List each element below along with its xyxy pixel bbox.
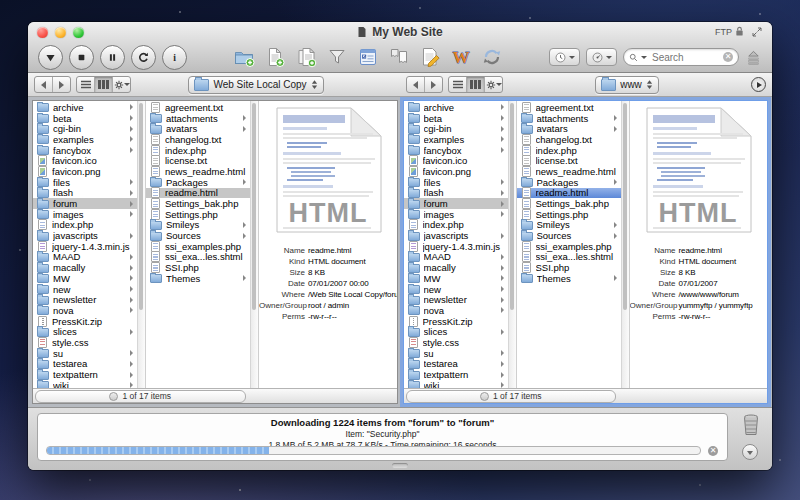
file-row[interactable]: news_readme.html: [517, 166, 621, 177]
file-row[interactable]: ssi_exa...les.shtml: [146, 252, 250, 263]
file-row[interactable]: newsletter: [404, 294, 508, 305]
drawer-resize-handle[interactable]: [392, 463, 408, 468]
file-row[interactable]: Packages: [146, 177, 250, 188]
file-row[interactable]: macally: [33, 262, 137, 273]
scrollbar-thumb[interactable]: [252, 103, 256, 310]
file-row[interactable]: flash: [404, 188, 508, 199]
new-folder-button[interactable]: [233, 46, 255, 68]
file-row[interactable]: javascripts: [404, 230, 508, 241]
column-view-button[interactable]: [467, 77, 485, 92]
file-row[interactable]: beta: [33, 113, 137, 124]
presets-gauge-button[interactable]: [586, 48, 617, 66]
zoom-button[interactable]: [73, 27, 84, 38]
search-input[interactable]: [650, 51, 720, 64]
file-row[interactable]: su: [33, 348, 137, 359]
file-row[interactable]: fancybox: [33, 145, 137, 156]
file-row[interactable]: Settings_bak.php: [146, 198, 250, 209]
file-row[interactable]: nova: [33, 305, 137, 316]
pause-button[interactable]: [100, 45, 125, 70]
connect-play-button[interactable]: [751, 77, 766, 92]
file-row[interactable]: su: [404, 348, 508, 359]
file-row[interactable]: avatars: [146, 123, 250, 134]
stop-button[interactable]: [69, 45, 94, 70]
file-row[interactable]: beta: [404, 113, 508, 124]
file-row[interactable]: MW: [404, 273, 508, 284]
file-row[interactable]: news_readme.html: [146, 166, 250, 177]
file-row[interactable]: textpattern: [33, 369, 137, 380]
file-row[interactable]: slices: [404, 326, 508, 337]
file-row[interactable]: javascripts: [33, 230, 137, 241]
file-row[interactable]: license.txt: [146, 155, 250, 166]
file-row[interactable]: examples: [33, 134, 137, 145]
close-button[interactable]: [37, 27, 48, 38]
web-preview-button[interactable]: W: [450, 46, 472, 68]
trash-icon[interactable]: [742, 413, 760, 437]
drawer-collapse-button[interactable]: [742, 444, 758, 460]
file-row[interactable]: Smileys: [146, 220, 250, 231]
file-row[interactable]: attachments: [146, 113, 250, 124]
scrollbar-thumb[interactable]: [510, 103, 514, 310]
sync-button[interactable]: [481, 46, 503, 68]
file-row[interactable]: PressKit.zip: [404, 316, 508, 327]
file-row[interactable]: Settings_bak.php: [517, 198, 621, 209]
file-row[interactable]: Settings.php: [517, 209, 621, 220]
file-row[interactable]: Themes: [146, 273, 250, 284]
file-row[interactable]: PressKit.zip: [33, 316, 137, 327]
file-row[interactable]: agreement.txt: [146, 102, 250, 113]
new-file-button[interactable]: [264, 46, 286, 68]
transfer-arrow-button[interactable]: [38, 45, 63, 70]
vertical-scrollbar[interactable]: [621, 101, 630, 388]
column-view-button[interactable]: [95, 77, 113, 92]
forward-button[interactable]: [425, 77, 442, 92]
file-row[interactable]: Themes: [517, 273, 621, 284]
file-row[interactable]: index.php: [33, 220, 137, 231]
actions-menu-button[interactable]: [113, 77, 130, 92]
list-view-button[interactable]: [449, 77, 467, 92]
duplicate-file-button[interactable]: [295, 46, 317, 68]
cancel-transfer-icon[interactable]: ✕: [708, 446, 718, 456]
file-row[interactable]: textpattern: [404, 369, 508, 380]
file-row[interactable]: MW: [33, 273, 137, 284]
vertical-scrollbar[interactable]: [250, 101, 259, 388]
file-row[interactable]: index.php: [146, 145, 250, 156]
file-row[interactable]: testarea: [404, 359, 508, 370]
actions-menu-button[interactable]: [485, 77, 502, 92]
file-row[interactable]: Sources: [517, 230, 621, 241]
fullscreen-icon[interactable]: [751, 26, 763, 38]
file-row[interactable]: avatars: [517, 123, 621, 134]
refresh-button[interactable]: [131, 45, 156, 70]
edit-file-button[interactable]: [419, 46, 441, 68]
file-row[interactable]: MAAD: [33, 252, 137, 263]
file-row[interactable]: Smileys: [517, 220, 621, 231]
file-row[interactable]: archive: [33, 102, 137, 113]
file-row[interactable]: favicon.ico: [33, 155, 137, 166]
file-row[interactable]: index.php: [517, 145, 621, 156]
forward-button[interactable]: [53, 77, 70, 92]
history-clock-button[interactable]: [549, 48, 580, 66]
file-row[interactable]: license.txt: [517, 155, 621, 166]
file-row[interactable]: agreement.txt: [517, 102, 621, 113]
file-row[interactable]: macally: [404, 262, 508, 273]
file-row[interactable]: flash: [33, 188, 137, 199]
file-row[interactable]: favicon.ico: [404, 155, 508, 166]
list-view-button[interactable]: [77, 77, 95, 92]
file-row[interactable]: Settings.php: [146, 209, 250, 220]
file-row[interactable]: cgi-bin: [404, 123, 508, 134]
file-row[interactable]: changelog.txt: [146, 134, 250, 145]
file-row[interactable]: newsletter: [33, 294, 137, 305]
local-path-popup[interactable]: Web Site Local Copy: [188, 76, 323, 94]
file-row[interactable]: favicon.png: [33, 166, 137, 177]
file-row[interactable]: attachments: [517, 113, 621, 124]
file-row[interactable]: files: [33, 177, 137, 188]
minimize-button[interactable]: [55, 27, 66, 38]
file-row[interactable]: jquery-1.4.3.min.js: [33, 241, 137, 252]
file-row[interactable]: changelog.txt: [517, 134, 621, 145]
clear-search-icon[interactable]: ✕: [723, 52, 733, 62]
file-row[interactable]: style.css: [404, 337, 508, 348]
file-row[interactable]: forum: [404, 198, 508, 209]
vertical-scrollbar[interactable]: [137, 101, 146, 388]
vertical-scrollbar[interactable]: [508, 101, 517, 388]
compare-files-button[interactable]: [388, 46, 410, 68]
transfers-list-button[interactable]: [357, 46, 379, 68]
file-row[interactable]: Packages: [517, 177, 621, 188]
